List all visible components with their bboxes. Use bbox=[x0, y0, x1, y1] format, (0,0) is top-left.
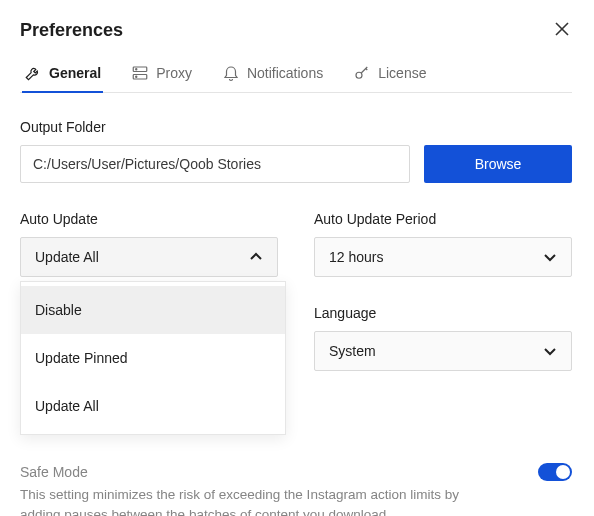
safe-mode-row: Safe Mode bbox=[20, 463, 572, 481]
auto-update-label: Auto Update bbox=[20, 211, 278, 227]
auto-update-dropdown: Disable Update Pinned Update All bbox=[20, 281, 286, 435]
output-folder-section: Output Folder C:/Users/User/Pictures/Qoo… bbox=[20, 119, 572, 183]
auto-update-option-pinned[interactable]: Update Pinned bbox=[21, 334, 285, 382]
svg-point-6 bbox=[356, 72, 362, 78]
key-icon bbox=[353, 64, 371, 82]
svg-point-5 bbox=[136, 76, 137, 77]
preferences-window: Preferences General Proxy Notifications bbox=[0, 0, 594, 516]
browse-button-label: Browse bbox=[475, 156, 522, 172]
tab-license[interactable]: License bbox=[353, 56, 426, 92]
window-title: Preferences bbox=[20, 20, 123, 41]
auto-update-period-selected: 12 hours bbox=[329, 249, 383, 265]
wrench-icon bbox=[24, 64, 42, 82]
language-select[interactable]: System bbox=[314, 331, 572, 371]
chevron-down-icon bbox=[543, 250, 557, 264]
auto-update-period-select[interactable]: 12 hours bbox=[314, 237, 572, 277]
chevron-up-icon bbox=[249, 250, 263, 264]
tab-general[interactable]: General bbox=[24, 56, 101, 92]
titlebar: Preferences bbox=[20, 14, 572, 46]
right-column: Auto Update Period 12 hours Language Sys… bbox=[314, 211, 572, 371]
browse-button[interactable]: Browse bbox=[424, 145, 572, 183]
auto-update-selected: Update All bbox=[35, 249, 99, 265]
auto-update-select[interactable]: Update All bbox=[20, 237, 278, 277]
output-folder-value: C:/Users/User/Pictures/Qoob Stories bbox=[33, 156, 261, 172]
option-label: Disable bbox=[35, 302, 82, 318]
auto-update-option-disable[interactable]: Disable bbox=[21, 286, 285, 334]
safe-mode-toggle[interactable] bbox=[538, 463, 572, 481]
server-icon bbox=[131, 64, 149, 82]
tab-label: Notifications bbox=[247, 65, 323, 81]
tabs: General Proxy Notifications License bbox=[20, 56, 572, 93]
auto-update-section: Auto Update Update All Disable Update Pi… bbox=[20, 211, 278, 371]
language-label: Language bbox=[314, 305, 572, 321]
option-label: Update Pinned bbox=[35, 350, 128, 366]
output-folder-input[interactable]: C:/Users/User/Pictures/Qoob Stories bbox=[20, 145, 410, 183]
option-label: Update All bbox=[35, 398, 99, 414]
safe-mode-description: This setting minimizes the risk of excee… bbox=[20, 485, 500, 516]
language-selected: System bbox=[329, 343, 376, 359]
chevron-down-icon bbox=[543, 344, 557, 358]
close-icon bbox=[555, 22, 569, 39]
tab-proxy[interactable]: Proxy bbox=[131, 56, 192, 92]
tab-label: Proxy bbox=[156, 65, 192, 81]
auto-update-period-label: Auto Update Period bbox=[314, 211, 572, 227]
bell-icon bbox=[222, 64, 240, 82]
tab-notifications[interactable]: Notifications bbox=[222, 56, 323, 92]
safe-mode-label: Safe Mode bbox=[20, 464, 88, 480]
svg-point-4 bbox=[136, 69, 137, 70]
close-button[interactable] bbox=[552, 20, 572, 40]
output-folder-label: Output Folder bbox=[20, 119, 572, 135]
tab-label: General bbox=[49, 65, 101, 81]
auto-update-option-all[interactable]: Update All bbox=[21, 382, 285, 430]
tab-label: License bbox=[378, 65, 426, 81]
